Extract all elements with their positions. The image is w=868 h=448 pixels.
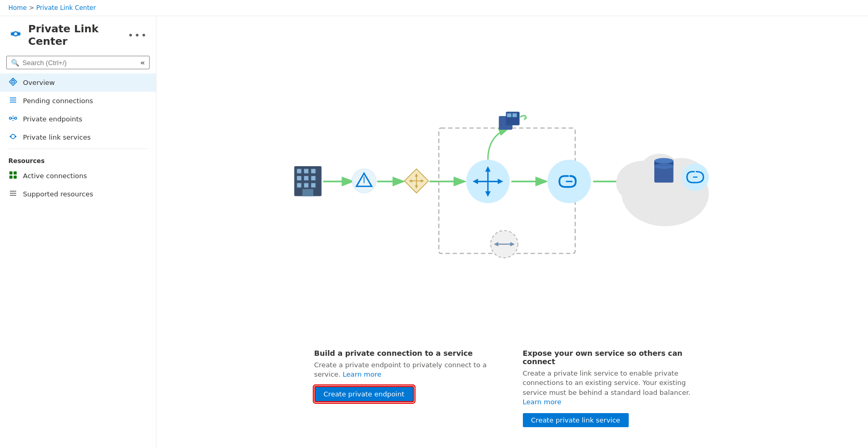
create-private-link-service-button[interactable]: Create private link service	[523, 413, 629, 427]
svg-point-9	[15, 117, 17, 119]
svg-rect-30	[311, 176, 315, 180]
cards-area: Build a private connection to a service …	[156, 339, 868, 448]
svg-point-4	[12, 81, 15, 83]
overview-diagram	[278, 95, 747, 270]
sidebar-header: Private Link Center •••	[0, 16, 156, 52]
collapse-icon[interactable]: «	[140, 58, 145, 67]
sidebar-item-pending[interactable]: Pending connections	[0, 92, 156, 110]
svg-rect-26	[304, 169, 308, 173]
breadcrumb-separator: >	[29, 4, 34, 11]
svg-rect-33	[311, 183, 315, 188]
sidebar-item-link-services[interactable]: Private link services	[0, 128, 156, 146]
svg-rect-17	[9, 176, 13, 179]
card-build-desc-text: Create a private endpoint to privately c…	[314, 361, 487, 378]
sidebar-label-active: Active connections	[23, 172, 87, 180]
private-link-icon	[8, 27, 23, 44]
overview-icon	[8, 78, 18, 88]
nav-divider	[8, 148, 148, 149]
supported-resources-icon	[8, 189, 18, 199]
svg-rect-27	[311, 169, 315, 173]
sidebar-item-overview[interactable]: Overview	[0, 73, 156, 92]
sidebar-more-button[interactable]: •••	[128, 30, 148, 41]
svg-point-14	[15, 136, 17, 138]
sidebar-label-link-services: Private link services	[23, 133, 91, 141]
svg-point-3	[17, 32, 20, 35]
main-content: Build a private connection to a service …	[156, 16, 868, 448]
svg-rect-32	[304, 183, 308, 188]
card-expose-desc: Create a private link service to enable …	[523, 369, 711, 407]
card-build-desc: Create a private endpoint to privately c…	[314, 360, 502, 379]
sidebar-label-supported: Supported resources	[23, 190, 93, 198]
svg-rect-34	[302, 189, 313, 196]
sidebar-item-supported[interactable]: Supported resources	[0, 185, 156, 203]
search-box: 🔍 «	[6, 56, 150, 69]
breadcrumb-current: Private Link Center	[36, 4, 96, 11]
sidebar-label-private-endpoints: Private endpoints	[23, 115, 82, 123]
svg-rect-31	[297, 183, 301, 188]
sidebar-item-active[interactable]: Active connections	[0, 167, 156, 185]
create-private-endpoint-button[interactable]: Create private endpoint	[314, 386, 414, 402]
svg-rect-28	[297, 176, 301, 180]
svg-point-13	[10, 136, 11, 138]
search-input[interactable]	[22, 59, 137, 67]
sidebar-label-pending: Pending connections	[23, 97, 93, 105]
svg-rect-25	[297, 169, 301, 173]
sidebar: Private Link Center ••• 🔍 « Overview	[0, 16, 156, 448]
card-expose-learn-more[interactable]: Learn more	[523, 398, 561, 406]
resources-section-label: Resources	[0, 151, 156, 167]
diagram-area	[156, 16, 868, 339]
svg-rect-15	[9, 171, 13, 175]
private-endpoints-icon	[8, 114, 18, 124]
sidebar-title: Private Link Center	[28, 22, 123, 47]
svg-point-2	[11, 32, 14, 35]
svg-rect-29	[304, 176, 308, 180]
svg-rect-16	[14, 171, 17, 175]
pending-icon	[8, 96, 18, 106]
breadcrumb-home[interactable]: Home	[8, 4, 27, 11]
card-build-learn-more[interactable]: Learn more	[343, 370, 381, 378]
search-icon: 🔍	[11, 59, 19, 67]
sidebar-item-private-endpoints[interactable]: Private endpoints	[0, 110, 156, 128]
card-build-title: Build a private connection to a service	[314, 349, 502, 357]
svg-rect-18	[14, 176, 17, 179]
svg-rect-59	[512, 114, 517, 117]
card-expose-title: Expose your own service so others can co…	[523, 349, 711, 366]
link-services-icon	[8, 132, 18, 142]
card-expose-desc-text: Create a private link service to enable …	[523, 369, 691, 396]
svg-point-8	[9, 117, 11, 119]
breadcrumb: Home > Private Link Center	[0, 0, 868, 16]
card-expose-service: Expose your own service so others can co…	[523, 349, 711, 427]
sidebar-label-overview: Overview	[23, 79, 55, 86]
svg-point-76	[654, 164, 674, 169]
active-connections-icon	[8, 171, 18, 181]
svg-point-75	[654, 158, 674, 164]
svg-rect-58	[507, 114, 511, 117]
card-build-private: Build a private connection to a service …	[314, 349, 502, 427]
